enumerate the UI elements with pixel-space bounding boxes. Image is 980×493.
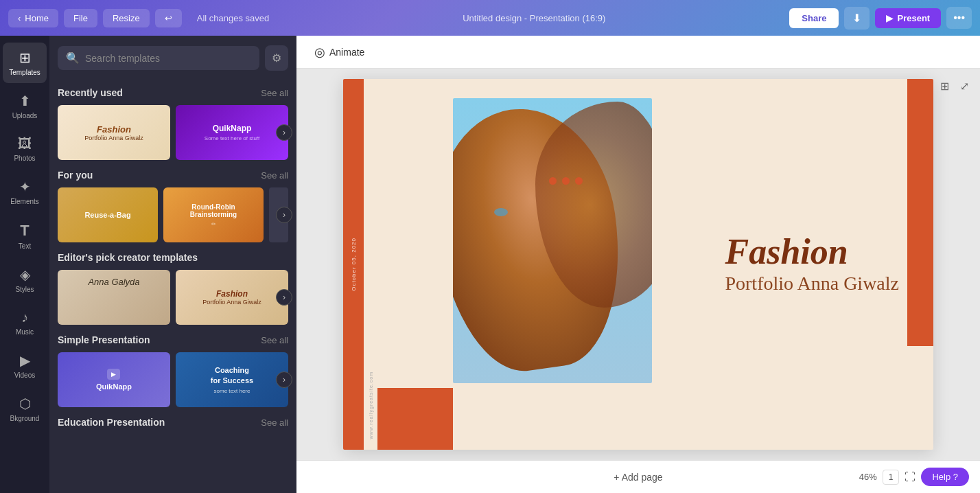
template-quiknapp[interactable]: QuikNapp Some text here of stuff xyxy=(176,105,288,160)
recently-used-next[interactable]: › xyxy=(276,124,292,141)
more-options-button[interactable]: ••• xyxy=(946,7,972,29)
sidebar-item-templates[interactable]: ⊞ Templates xyxy=(3,43,47,83)
canvas-container: ⊡ ⊞ ⤢ October 05, 2020 www.reallygreatsi… xyxy=(296,69,980,460)
recently-used-see-all[interactable]: See all xyxy=(261,88,288,98)
elements-icon: ✦ xyxy=(19,179,31,195)
filter-icon: ⚙ xyxy=(272,52,281,64)
slide-text-area: Fashion Portfolio Anna Giwalz xyxy=(725,234,899,295)
education-presentation-header: Education Presentation See all xyxy=(58,417,288,428)
animate-button[interactable]: ◎ Animate xyxy=(307,41,371,64)
download-icon: ⬇ xyxy=(852,12,861,24)
topbar: ‹ Home File Resize ↩ All changes saved U… xyxy=(0,0,980,36)
sidebar-item-text[interactable]: T Text xyxy=(3,215,47,257)
education-presentation-see-all[interactable]: See all xyxy=(261,417,288,428)
music-icon: ♪ xyxy=(21,310,28,325)
for-you-header: For you See all xyxy=(58,170,288,181)
uploads-icon: ⬆ xyxy=(19,93,31,109)
template-fashion[interactable]: Fashion Portfolio Anna Giwalz xyxy=(58,105,170,160)
slide-date-text: October 05, 2020 xyxy=(351,238,357,291)
resize-button[interactable]: Resize xyxy=(103,9,150,27)
canvas-expand-icon[interactable]: ⤢ xyxy=(957,77,972,95)
simple-presentation-title: Simple Presentation xyxy=(58,334,150,345)
slide-eye xyxy=(494,208,508,216)
for-you-see-all[interactable]: See all xyxy=(261,170,288,181)
help-button[interactable]: Help ? xyxy=(921,468,969,486)
simple-presentation-next[interactable]: › xyxy=(276,371,292,388)
videos-icon: ▶ xyxy=(20,352,30,369)
canvas-bottom-bar: + Add page 46% 1 ⛶ Help ? xyxy=(296,460,980,493)
editors-pick-row: Anna Galyda Fashion Portfolio Anna Giwal… xyxy=(58,270,288,325)
home-button[interactable]: ‹ Home xyxy=(8,9,58,27)
search-input-wrap: 🔍 xyxy=(58,46,259,70)
template-anna[interactable]: Anna Galyda xyxy=(58,270,170,325)
slide-portfolio-subtitle: Portfolio Anna Giwalz xyxy=(725,273,899,295)
undo-button[interactable]: ↩ xyxy=(155,9,182,27)
canvas-icon-2[interactable]: ⊞ xyxy=(937,77,952,95)
chevron-left-icon: ‹ xyxy=(18,13,21,23)
search-bar: 🔍 ⚙ xyxy=(49,36,296,78)
sidebar-item-background[interactable]: ⬡ Bkground xyxy=(3,389,47,429)
more-icon: ••• xyxy=(953,12,965,23)
sidebar-item-photos[interactable]: 🖼 Photos xyxy=(3,129,47,169)
slide-accent-box xyxy=(377,388,453,450)
styles-icon: ◈ xyxy=(20,266,30,283)
sidebar-item-music[interactable]: ♪ Music xyxy=(3,303,47,343)
editors-pick-header: Editor's pick creator templates xyxy=(58,252,288,263)
document-title: Untitled design - Presentation (16:9) xyxy=(284,13,784,23)
website-text: www.reallygreatsite.com xyxy=(369,371,373,439)
left-sidebar: ⊞ Templates ⬆ Uploads 🖼 Photos ✦ Element… xyxy=(0,36,49,493)
templates-scroll: Recently used See all Fashion Portfolio … xyxy=(49,78,296,493)
present-button[interactable]: ▶ Present xyxy=(875,8,941,28)
slide[interactable]: October 05, 2020 www.reallygreatsite.com xyxy=(343,79,933,450)
simple-presentation-see-all[interactable]: See all xyxy=(261,335,288,345)
for-you-next[interactable]: › xyxy=(276,207,292,223)
templates-panel: 🔍 ⚙ Recently used See all Fashion Portfo… xyxy=(49,36,296,493)
main-content: ⊞ Templates ⬆ Uploads 🖼 Photos ✦ Element… xyxy=(0,36,980,493)
filter-button[interactable]: ⚙ xyxy=(265,45,288,71)
template-quiknapp-2[interactable]: ▶ QuikNapp xyxy=(58,352,170,407)
topbar-right-actions: Share ⬇ ▶ Present ••• xyxy=(789,7,972,30)
download-button[interactable]: ⬇ xyxy=(844,7,870,30)
slide-person-photo xyxy=(453,98,652,383)
slide-dots xyxy=(549,177,583,185)
recently-used-header: Recently used See all xyxy=(58,87,288,98)
search-icon: 🔍 xyxy=(66,51,80,65)
template-coaching[interactable]: Coachingfor Success some text here xyxy=(176,352,288,407)
animate-icon: ◎ xyxy=(314,45,325,60)
education-presentation-title: Education Presentation xyxy=(58,417,165,428)
recently-used-row: Fashion Portfolio Anna Giwalz QuikNapp S… xyxy=(58,105,288,160)
simple-presentation-row: ▶ QuikNapp Coachingfor Success some text… xyxy=(58,352,288,407)
present-icon: ▶ xyxy=(886,13,893,23)
sidebar-item-elements[interactable]: ✦ Elements xyxy=(3,172,47,212)
photos-icon: 🖼 xyxy=(18,136,32,152)
template-brainstorm[interactable]: Round-Robin Brainstorming ✏ xyxy=(163,187,264,242)
search-input[interactable] xyxy=(85,53,251,64)
slide-left-orange-strip: October 05, 2020 xyxy=(343,79,364,450)
template-reuse-bag[interactable]: Reuse-a-Bag xyxy=(58,187,158,242)
editors-pick-next[interactable]: › xyxy=(276,289,292,306)
editors-pick-title: Editor's pick creator templates xyxy=(58,252,198,263)
sidebar-item-videos[interactable]: ▶ Videos xyxy=(3,345,47,386)
add-page-button[interactable]: + Add page xyxy=(528,472,748,483)
undo-icon: ↩ xyxy=(165,13,172,23)
expand-button[interactable]: ⛶ xyxy=(905,471,915,483)
sidebar-item-uploads[interactable]: ⬆ Uploads xyxy=(3,86,47,126)
page-indicator[interactable]: 1 xyxy=(883,470,900,485)
zoom-level: 46% xyxy=(859,472,877,482)
recently-used-title: Recently used xyxy=(58,87,123,98)
template-fashion-2[interactable]: Fashion Portfolio Anna Giwalz xyxy=(176,270,288,325)
for-you-title: For you xyxy=(58,170,93,181)
text-icon: T xyxy=(20,222,29,240)
sidebar-item-styles[interactable]: ◈ Styles xyxy=(3,260,47,300)
templates-icon: ⊞ xyxy=(19,49,31,66)
slide-right-orange-strip xyxy=(907,79,933,346)
for-you-row: Reuse-a-Bag Round-Robin Brainstorming ✏ … xyxy=(58,187,288,242)
simple-presentation-header: Simple Presentation See all xyxy=(58,334,288,345)
canvas-area: ◎ Animate ⊡ ⊞ ⤢ October 05, 2020 www.rea… xyxy=(296,36,980,493)
share-button[interactable]: Share xyxy=(789,8,839,28)
file-button[interactable]: File xyxy=(64,9,97,27)
save-status: All changes saved xyxy=(187,9,279,27)
zoom-controls: 46% 1 ⛶ xyxy=(859,470,916,485)
slide-fashion-title: Fashion xyxy=(725,234,899,270)
canvas-toolbar: ◎ Animate xyxy=(296,36,980,69)
